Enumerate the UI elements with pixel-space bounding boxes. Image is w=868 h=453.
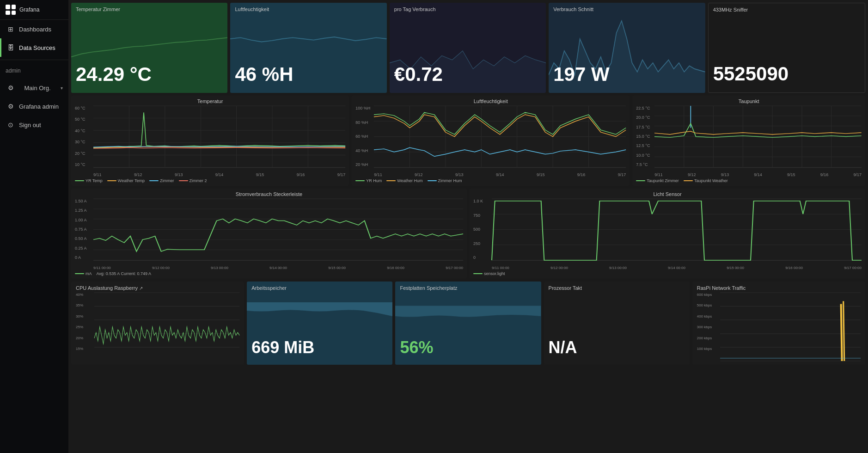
x-labels: 9/119/129/139/149/159/169/17	[374, 172, 626, 177]
top-stat-row: Temperatur Zimmer 24.29 °C Luftfeuchtigk…	[71, 3, 865, 93]
x-labels: 9/119/129/139/149/159/169/17	[93, 172, 345, 177]
temperatur-chart-wrap: 60 °C50 °C40 °C30 °C20 °C10 °C	[75, 106, 345, 177]
licht-legend-label: sensor.light	[484, 271, 505, 276]
network-chart-inner	[720, 293, 861, 361]
panel-stromverbrauch: Stromverbrauch Steckerleiste 1.50 A1.25 …	[71, 189, 467, 279]
panel-temp-zimmer: Temperatur Zimmer 24.29 °C	[71, 3, 227, 93]
panel-title: RasPi Network Traffic	[697, 285, 861, 291]
mem-sparkline	[247, 282, 392, 365]
stat-value: 5525090	[713, 63, 860, 89]
panel-title: Luftfeuchtigkeit	[355, 98, 626, 104]
panel-title: Taupunkt	[636, 98, 862, 104]
svg-line-60	[841, 304, 842, 361]
y-axis: 600 kbps500 kbps400 kbps300 kbps200 kbps…	[697, 293, 715, 352]
sidebar-logo: Grafana	[0, 0, 68, 20]
grafana-logo-icon	[6, 5, 16, 15]
stat-value: 197 W	[553, 63, 700, 89]
x-labels: 9/11 00:009/12 00:009/13 00:009/14 00:00…	[93, 266, 463, 270]
panel-network: RasPi Network Traffic 600 kbps500 kbps40…	[692, 282, 865, 365]
sidebar-user: admin	[0, 63, 68, 79]
cpu-chart-area: 40%35%30%25%20%15%	[76, 293, 239, 361]
panel-luftfeuchtigkeit: Luftfeuchtigkeit 46 %H	[230, 3, 386, 93]
panel-licht-sensor: Licht Sensor 1.0 K7505002500	[470, 189, 865, 279]
dashboards-icon: ⊞	[7, 25, 14, 33]
sidebar-divider	[0, 60, 68, 60]
strom-chart-inner	[93, 199, 463, 261]
sidebar-item-label: Data Sources	[19, 44, 55, 51]
panel-title: pro Tag Verbrauch	[394, 6, 541, 12]
taupunkt-chart-wrap: 22.5 °C20.0 °C17.5 °C15.0 °C12.5 °C10.0 …	[636, 106, 862, 177]
strom-legend: mA Avg: 0.535 A Current: 0.749 A	[75, 271, 463, 276]
stat-value: 46 %H	[235, 63, 382, 89]
x-labels: 9/119/129/139/149/159/169/17	[654, 172, 862, 177]
panel-title: Temperatur Zimmer	[76, 6, 223, 12]
panel-title: CPU Auslastung Raspberry ↗	[76, 285, 239, 291]
panel-pro-tag: pro Tag Verbrauch €0.72	[390, 3, 546, 93]
sidebar-item-data-sources[interactable]: 🗄 Data Sources	[0, 38, 68, 57]
panel-verbrauch-schnitt: Verbrauch Schnitt 197 W	[549, 3, 705, 93]
stat-value: €0.72	[394, 63, 541, 89]
sign-out-icon: ⊙	[7, 121, 14, 129]
y-axis: 1.0 K7505002500	[473, 199, 492, 261]
sidebar-item-org[interactable]: ⚙ Main Org. ▾	[0, 79, 68, 97]
disk-sparkline	[395, 282, 541, 365]
cpu-chart-inner	[94, 293, 239, 361]
y-axis: 60 °C50 °C40 °C30 °C20 °C10 °C	[75, 106, 93, 168]
sidebar: Grafana ⊞ Dashboards 🗄 Data Sources admi…	[0, 0, 68, 453]
chevron-down-icon: ▾	[61, 86, 63, 91]
sidebar-org-label: Main Org.	[24, 85, 50, 92]
panel-title: Luftfeuchtigkeit	[235, 6, 382, 12]
panel-luftfeuchtigkeit-chart: Luftfeuchtigkeit 100 %H80 %H60 %H40 %H20…	[352, 96, 630, 186]
strom-legend-extra: Avg: 0.535 A Current: 0.749 A	[97, 271, 151, 276]
temperatur-legend: YR Temp Weather Temp Zimmer Zimmer 2	[75, 178, 345, 183]
licht-chart-wrap: 1.0 K7505002500 9/11 00:009/12 00:009/13	[473, 199, 862, 270]
strom-chart-wrap: 1.50 A1.25 A1.00 A0.75 A0.50 A0.25 A0 A	[75, 199, 463, 270]
org-icon: ⚙	[7, 84, 14, 92]
sidebar-sign-out-label: Sign out	[19, 122, 41, 129]
y-axis: 1.50 A1.25 A1.00 A0.75 A0.50 A0.25 A0 A	[75, 199, 93, 261]
sidebar-grafana-admin-label: Grafana admin	[19, 103, 59, 110]
x-labels: 9/11 00:009/12 00:009/13 00:009/14 00:00…	[492, 266, 862, 270]
sidebar-item-label: Dashboards	[19, 26, 51, 33]
panel-sniffer: 433MHz Sniffer 5525090	[708, 3, 865, 93]
taupunkt-legend: Taupunkt Zimmer Taupunkt Weather	[636, 178, 862, 183]
panel-title: Temperatur	[75, 98, 345, 104]
taupunkt-chart-inner	[654, 106, 862, 168]
y-axis: 22.5 °C20.0 °C17.5 °C15.0 °C12.5 °C10.0 …	[636, 106, 654, 168]
panel-title: 433MHz Sniffer	[713, 7, 860, 12]
panel-prozessor: Prozessor Takt N/A	[544, 282, 690, 365]
luft-legend: YR Hum Weather Hum Zimmer Hum	[355, 178, 626, 183]
panel-title: Stromverbrauch Steckerleiste	[75, 191, 463, 197]
sidebar-item-grafana-admin[interactable]: ⚙ Grafana admin	[0, 97, 68, 116]
panel-cpu: CPU Auslastung Raspberry ↗ 40%35%30%25%2…	[71, 282, 244, 365]
admin-icon: ⚙	[7, 103, 14, 110]
panel-title: Verbrauch Schnitt	[553, 6, 700, 12]
sidebar-item-sign-out[interactable]: ⊙ Sign out	[0, 116, 68, 134]
network-chart-area: 600 kbps500 kbps400 kbps300 kbps200 kbps…	[697, 293, 861, 361]
y-axis: 100 %H80 %H60 %H40 %H20 %H	[355, 106, 374, 168]
temperatur-chart-inner	[93, 106, 345, 168]
external-link-icon[interactable]: ↗	[139, 286, 143, 291]
chart-row-2: Stromverbrauch Steckerleiste 1.50 A1.25 …	[71, 189, 865, 279]
stat-value: 24.29 °C	[76, 63, 223, 89]
panel-festplatten: Festplatten Speicherplatz 56%	[395, 282, 541, 365]
sidebar-logo-label: Grafana	[19, 6, 39, 13]
main-content: Temperatur Zimmer 24.29 °C Luftfeuchtigk…	[68, 0, 868, 453]
panel-title: Prozessor Takt	[549, 285, 685, 291]
panel-temperatur-chart: Temperatur 60 °C50 °C40 °C30 °C20 °C10 °…	[71, 96, 349, 186]
luft-chart-wrap: 100 %H80 %H60 %H40 %H20 %H	[355, 106, 626, 177]
y-axis: 40%35%30%25%20%15%	[76, 293, 94, 352]
panel-arbeitsspeicher: Arbeitsspeicher 669 MiB	[247, 282, 392, 365]
panel-title: Licht Sensor	[473, 191, 862, 197]
licht-chart-inner	[492, 199, 862, 261]
data-sources-icon: 🗄	[7, 44, 14, 51]
sidebar-item-dashboards[interactable]: ⊞ Dashboards	[0, 20, 68, 38]
stat-value: N/A	[549, 338, 685, 361]
svg-line-61	[843, 301, 844, 361]
licht-legend: sensor.light	[473, 271, 862, 276]
panel-taupunkt-chart: Taupunkt 22.5 °C20.0 °C17.5 °C15.0 °C12.…	[632, 96, 865, 186]
luft-chart-inner	[374, 106, 626, 168]
chart-row-1: Temperatur 60 °C50 °C40 °C30 °C20 °C10 °…	[71, 96, 865, 186]
bottom-row: CPU Auslastung Raspberry ↗ 40%35%30%25%2…	[71, 282, 865, 365]
